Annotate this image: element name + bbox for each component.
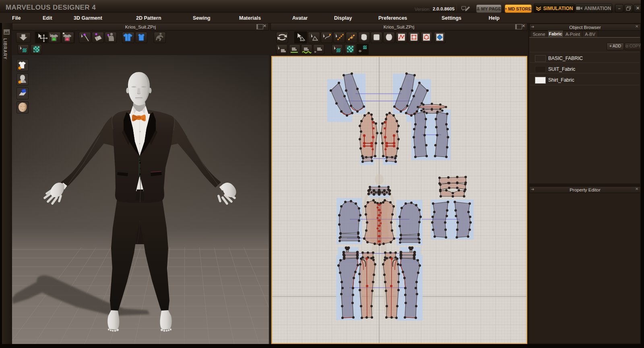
svg-text:P: P [347, 49, 350, 53]
svg-text:P: P [34, 49, 36, 53]
